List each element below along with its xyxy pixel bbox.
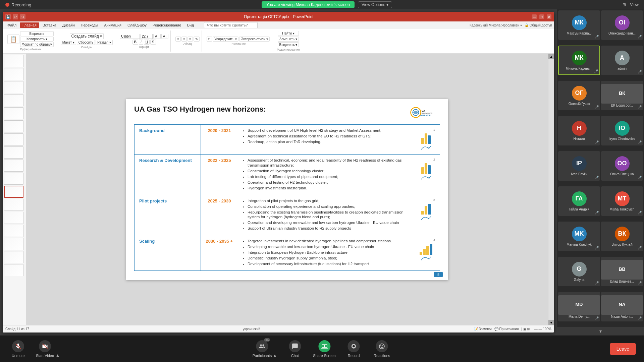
participants-chevron[interactable]: ▲: [273, 353, 277, 358]
video-chevron[interactable]: ▲: [56, 353, 60, 358]
scroll-down-btn[interactable]: ▼: [548, 320, 554, 325]
slide-thumb-11[interactable]: 11: [4, 186, 23, 198]
clipboard-label: Буфер обмена: [20, 48, 41, 51]
participant-tile-10[interactable]: ГА Гайла Андрій 🎤: [558, 186, 600, 216]
scroll-up-btn[interactable]: ▲: [548, 54, 554, 59]
category-0: Background: [135, 125, 201, 155]
participant-tile-4[interactable]: ОГ Олексій Гусак 🎤: [558, 81, 600, 110]
shapes-btn[interactable]: □: [207, 37, 212, 42]
ppt-icon-redo[interactable]: ↪: [20, 14, 25, 19]
participant-tile-0[interactable]: МК Максум Карпаш 🎤: [558, 10, 600, 40]
notes-icon[interactable]: 📝 Заметки: [474, 327, 492, 331]
participant-tile-16[interactable]: MD Misha Demy... 🎤: [558, 292, 600, 321]
slide-thumb-14[interactable]: 14: [4, 225, 23, 237]
format-brush-btn[interactable]: Формат по образцу: [20, 42, 54, 47]
reactions-button[interactable]: Reactions: [372, 340, 392, 358]
participant-tile-11[interactable]: MT Misha Timkovich 🎤: [601, 186, 643, 216]
ppt-restore-btn[interactable]: □: [539, 14, 544, 19]
menu-file[interactable]: Файл: [5, 22, 19, 28]
ppt-icon-undo[interactable]: ↩: [13, 14, 18, 19]
align-center-btn[interactable]: ≡: [181, 37, 187, 42]
text-direction-btn[interactable]: ⇅: [194, 37, 200, 42]
layout-btn[interactable]: Макет ▾: [61, 40, 76, 45]
participant-tile-3[interactable]: A admin 🎤: [601, 46, 643, 75]
menu-insert[interactable]: Вставка: [40, 22, 59, 28]
zoom-control[interactable]: — — 100%: [534, 327, 551, 331]
slide-thumb-10[interactable]: 10: [4, 173, 23, 185]
slide-thumb-9[interactable]: 9: [4, 160, 23, 172]
align-right-btn[interactable]: ≡: [187, 37, 193, 42]
slide-thumb-1[interactable]: 1: [4, 55, 23, 67]
font-name-input[interactable]: [120, 34, 140, 39]
slide-thumb-12[interactable]: 12: [4, 199, 23, 211]
slide-thumb-4[interactable]: 4: [4, 94, 23, 106]
participant-tile-7[interactable]: IO Iryna Obodovska 🎤: [601, 116, 643, 145]
font-size-input[interactable]: [141, 34, 153, 39]
new-slide-btn[interactable]: Создать слайд ▾: [70, 33, 104, 39]
slide-table-body: Background 2020 - 2021 Support of develo…: [135, 125, 440, 271]
slide-scrollbar[interactable]: ▲ ▼: [548, 54, 554, 325]
participant-tile-15[interactable]: ВВ Влад Вишнев... 🎤: [601, 257, 643, 286]
ppt-search-input[interactable]: [204, 22, 258, 28]
slide-thumb-7[interactable]: 7: [4, 133, 23, 145]
copy-btn[interactable]: Копировать ▾: [20, 37, 54, 42]
share-screen-button[interactable]: Share Screen: [313, 340, 335, 358]
reset-btn[interactable]: Сбросить: [77, 40, 95, 45]
ppt-icon-save[interactable]: 💾: [5, 14, 11, 19]
participant-tile-17[interactable]: NA Nazar Antoni... 🎤: [601, 292, 643, 321]
record-button[interactable]: Record: [344, 340, 364, 358]
cut-btn[interactable]: Вырезать: [20, 31, 54, 36]
ppt-close-btn[interactable]: ✕: [547, 14, 551, 19]
slide-thumb-16[interactable]: 16: [4, 251, 23, 263]
align-left-btn[interactable]: ≡: [175, 37, 181, 42]
slide-thumb-3[interactable]: 3: [4, 81, 23, 93]
ppt-minimize-btn[interactable]: —: [532, 14, 537, 19]
menu-animation[interactable]: Анимация: [101, 22, 124, 28]
arrange-btn[interactable]: Упорядочить ▾: [213, 37, 238, 42]
participant-tile-8[interactable]: IP Ivan Pavliv 🎤: [558, 151, 600, 181]
leave-button[interactable]: Leave: [610, 343, 636, 355]
italic-btn[interactable]: I: [139, 40, 143, 45]
font-decrease-btn[interactable]: A↓: [161, 34, 169, 39]
slide-thumb-15[interactable]: 15: [4, 238, 23, 250]
menu-slideshow[interactable]: Слайд-шоу: [125, 22, 149, 28]
view-options-button[interactable]: View Options ▾: [358, 1, 392, 8]
participant-tile-6[interactable]: Н Наталя 🎤: [558, 116, 600, 145]
menu-transitions[interactable]: Переходы: [78, 22, 101, 28]
find-btn[interactable]: Найти ▾: [278, 31, 299, 36]
years-3: 2030 - 2035 +: [201, 235, 238, 271]
slide-thumb-6[interactable]: 6: [4, 120, 23, 132]
participant-tile-9[interactable]: ОО Ольга Овецька 🎤: [601, 151, 643, 181]
slide-thumb-5[interactable]: 5: [4, 107, 23, 119]
fill-btn[interactable]: Экспресс-стили ▾: [239, 37, 270, 42]
participant-tile-12[interactable]: MK Maryna Kraichyk 🎤: [558, 222, 600, 251]
participant-tile-14[interactable]: G Galyna 🎤: [558, 257, 600, 286]
start-video-button[interactable]: Start Video: [35, 340, 55, 358]
replace-btn[interactable]: Заменить ▾: [278, 37, 299, 42]
select-btn[interactable]: Выделить ▾: [278, 42, 299, 47]
underline-btn[interactable]: U: [144, 40, 150, 45]
participant-tile-5[interactable]: ВК ВК Борисбог... 🎤: [601, 81, 643, 110]
expand-participants-btn[interactable]: ▾: [557, 327, 644, 335]
participant-tile-2[interactable]: МК Микола Каденс... 🎤: [558, 46, 600, 75]
slide-thumb-8[interactable]: 8: [4, 146, 23, 159]
comments-icon[interactable]: 💬 Примечания: [494, 327, 519, 331]
slide-thumb-13[interactable]: 13: [4, 212, 23, 224]
participant-tile-1[interactable]: ОІ Олександр Іван... 🎤: [601, 10, 643, 40]
menu-design[interactable]: Дизайн: [60, 22, 77, 28]
unmute-button[interactable]: Unmute: [8, 340, 28, 358]
participant-tile-13[interactable]: ВК Віктор Кухтєй 🎤: [601, 222, 643, 251]
slide-thumb-2[interactable]: 2: [4, 68, 23, 80]
bold-btn[interactable]: B: [132, 40, 138, 45]
participants-button[interactable]: 61 Participants: [252, 340, 272, 358]
strikethrough-btn[interactable]: S: [150, 40, 156, 45]
menu-review[interactable]: Рецензирование: [150, 22, 184, 28]
chat-button[interactable]: Chat: [285, 340, 305, 358]
slide-panel[interactable]: 1234567891011121314151617: [3, 54, 26, 325]
menu-home[interactable]: Главная: [20, 22, 39, 28]
slide-thumb-17[interactable]: 17: [4, 264, 23, 276]
font-increase-btn[interactable]: A↑: [153, 34, 161, 39]
menu-view[interactable]: Вид: [184, 22, 197, 28]
paste-btn[interactable]: 📋: [7, 35, 19, 44]
section-btn[interactable]: Раздел ▾: [96, 40, 113, 45]
